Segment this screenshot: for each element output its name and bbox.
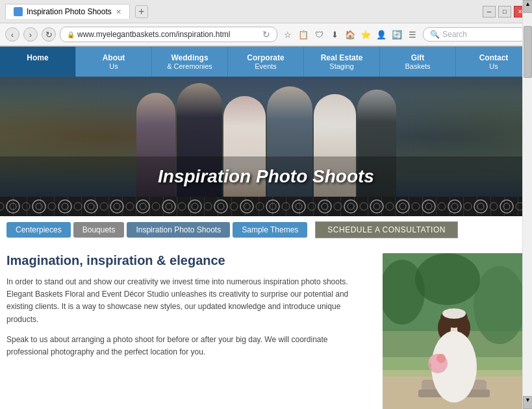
content-heading: Imagination, inspiration & elegance bbox=[6, 253, 370, 268]
tab-centerpieces[interactable]: Centerpieces bbox=[6, 222, 71, 238]
new-tab-button[interactable]: + bbox=[135, 5, 148, 18]
tab-title: Inspiration Photo Shoots bbox=[27, 7, 112, 16]
deco-pattern-svg bbox=[0, 197, 532, 216]
svg-point-23 bbox=[437, 354, 446, 363]
content-paragraph-1: In order to stand out and show our creat… bbox=[6, 276, 370, 326]
nav-home[interactable]: Home bbox=[0, 47, 76, 77]
url-text: www.myelegantbaskets.com/inspiration.htm… bbox=[77, 30, 260, 39]
minimize-button[interactable]: ─ bbox=[483, 6, 496, 18]
window-controls: ─ □ ✕ bbox=[483, 6, 527, 18]
svg-point-9 bbox=[415, 253, 480, 305]
svg-point-8 bbox=[474, 266, 526, 344]
bride-photo bbox=[383, 253, 526, 409]
nav-corporate[interactable]: Corporate Events bbox=[228, 47, 304, 77]
bride-photo-svg bbox=[383, 253, 526, 409]
home-icon[interactable]: 🏠 bbox=[344, 28, 357, 41]
tab-inspiration[interactable]: Inspiration Photo Shoots bbox=[127, 222, 230, 238]
bookmark-icon[interactable]: ☆ bbox=[281, 28, 294, 41]
menu-icon[interactable]: ☰ bbox=[406, 28, 419, 41]
nav-realestate-line2: Staging bbox=[313, 62, 370, 70]
top-navigation: Home About Us Weddings & Ceremonies Corp… bbox=[0, 47, 532, 77]
download-icon[interactable]: ⬇ bbox=[328, 28, 341, 41]
back-button[interactable]: ‹ bbox=[5, 27, 19, 42]
nav-about-line2: Us bbox=[85, 62, 142, 70]
forward-button[interactable]: › bbox=[23, 27, 38, 42]
nav-weddings-line1: Weddings bbox=[161, 53, 218, 62]
page-tabs: Centerpieces Bouquets Inspiration Photo … bbox=[0, 216, 532, 243]
toolbar-icons: ☆ 📋 🛡 ⬇ 🏠 ⭐ 👤 🔄 ☰ bbox=[281, 28, 419, 41]
nav-realestate-line1: Real Estate bbox=[313, 53, 370, 62]
svg-rect-4 bbox=[0, 197, 532, 216]
scrollbar-up-arrow[interactable]: ▲ bbox=[523, 0, 532, 13]
browser-tab[interactable]: Inspiration Photo Shoots ✕ bbox=[5, 4, 130, 19]
maximize-button[interactable]: □ bbox=[498, 6, 511, 18]
search-bar[interactable]: 🔍 Search bbox=[423, 27, 527, 42]
nav-weddings[interactable]: Weddings & Ceremonies bbox=[152, 47, 228, 77]
tab-sample-themes[interactable]: Sample Themes bbox=[233, 222, 307, 238]
address-bar: ‹ › ↻ 🔒 www.myelegantbaskets.com/inspira… bbox=[0, 23, 532, 46]
bookmark-star-icon[interactable]: ⭐ bbox=[359, 28, 372, 41]
nav-gifts-line2: Baskets bbox=[389, 62, 446, 70]
content-right bbox=[383, 253, 526, 409]
nav-about[interactable]: About Us bbox=[76, 47, 152, 77]
nav-realestate[interactable]: Real Estate Staging bbox=[304, 47, 380, 77]
content-left: Imagination, inspiration & elegance In o… bbox=[6, 253, 370, 409]
scrollbar-thumb[interactable] bbox=[524, 26, 532, 78]
hero-overlay: Inspiration Photo Shoots bbox=[0, 156, 532, 197]
decorative-border bbox=[0, 197, 532, 216]
nav-about-line1: About bbox=[85, 53, 142, 62]
url-bar[interactable]: 🔒 www.myelegantbaskets.com/inspiration.h… bbox=[60, 27, 277, 42]
nav-gifts-line1: Gift bbox=[389, 53, 446, 62]
nav-contact-line1: Contact bbox=[465, 53, 522, 62]
lock-icon: 🔒 bbox=[67, 31, 75, 38]
history-icon[interactable]: 📋 bbox=[297, 28, 310, 41]
nav-corporate-line1: Corporate bbox=[237, 53, 294, 62]
main-content: Imagination, inspiration & elegance In o… bbox=[0, 243, 532, 409]
website-content: Home About Us Weddings & Ceremonies Corp… bbox=[0, 47, 532, 409]
tab-favicon bbox=[14, 7, 23, 16]
tab-close-button[interactable]: ✕ bbox=[116, 8, 121, 16]
title-bar: Inspiration Photo Shoots ✕ + ─ □ ✕ bbox=[0, 0, 532, 23]
nav-home-label: Home bbox=[9, 53, 66, 62]
sync-icon[interactable]: 🔄 bbox=[390, 28, 403, 41]
shield-icon[interactable]: 🛡 bbox=[312, 28, 325, 41]
svg-point-18 bbox=[442, 308, 466, 319]
hero-title: Inspiration Photo Shoots bbox=[0, 156, 532, 197]
schedule-consultation-button[interactable]: SCHEDULE A CONSULTATION bbox=[315, 221, 458, 238]
browser-chrome: Inspiration Photo Shoots ✕ + ─ □ ✕ ‹ › ↻… bbox=[0, 0, 532, 47]
nav-corporate-line2: Events bbox=[237, 62, 294, 70]
scrollbar-down-arrow[interactable]: ▼ bbox=[523, 396, 532, 409]
tab-bouquets[interactable]: Bouquets bbox=[73, 222, 125, 238]
hero-image: Inspiration Photo Shoots bbox=[0, 77, 532, 197]
refresh-button[interactable]: ↻ bbox=[42, 27, 56, 42]
url-refresh-icon[interactable]: ↻ bbox=[262, 29, 270, 40]
avatar-icon[interactable]: 👤 bbox=[375, 28, 388, 41]
nav-contact-line2: Us bbox=[465, 62, 522, 70]
search-placeholder: Search bbox=[442, 30, 467, 39]
nav-contact[interactable]: Contact Us bbox=[456, 47, 532, 77]
content-paragraph-2: Speak to us about arranging a photo shoo… bbox=[6, 334, 370, 358]
nav-weddings-line2: & Ceremonies bbox=[161, 62, 218, 70]
search-icon: 🔍 bbox=[430, 30, 440, 39]
nav-gifts[interactable]: Gift Baskets bbox=[380, 47, 456, 77]
scrollbar[interactable]: ▲ ▼ bbox=[522, 0, 532, 409]
